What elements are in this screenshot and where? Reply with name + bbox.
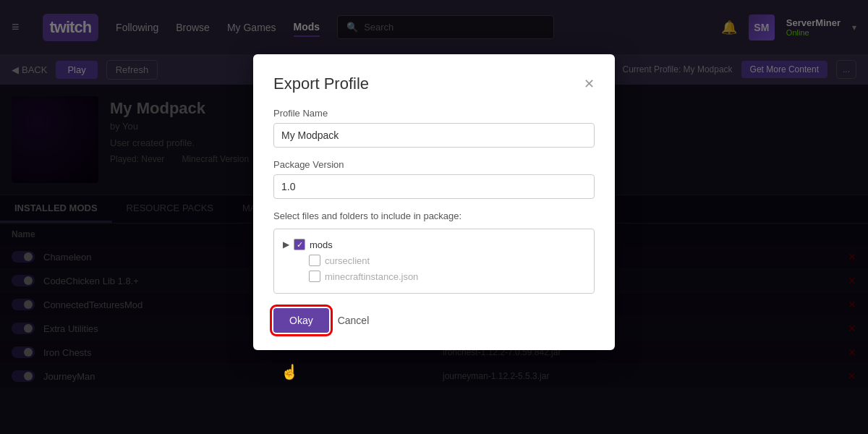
tree-label-curseclient: curseclient [325, 255, 370, 266]
tree-checkbox-mods[interactable]: ✓ [294, 239, 305, 250]
profile-name-input[interactable] [273, 123, 595, 148]
tree-child-minecraftinstance: minecraftinstance.json [309, 268, 585, 284]
tree-checkbox-minecraftinstance[interactable] [309, 271, 320, 282]
profile-name-label: Profile Name [273, 108, 595, 119]
tree-expand-icon[interactable]: ▶ [283, 239, 289, 250]
export-profile-modal: Export Profile ✕ Profile Name Package Ve… [253, 54, 615, 350]
tree-checkbox-curseclient[interactable] [309, 255, 320, 266]
modal-close-button[interactable]: ✕ [584, 77, 595, 90]
package-version-label: Package Version [273, 159, 595, 170]
tree-label-mods: mods [310, 239, 333, 250]
modal-actions: Okay Cancel [273, 308, 595, 333]
select-files-label: Select files and folders to include in p… [273, 210, 595, 221]
tree-children: curseclient minecraftinstance.json [309, 252, 585, 284]
modal-header: Export Profile ✕ [273, 75, 595, 93]
modal-title: Export Profile [273, 75, 369, 93]
okay-button[interactable]: Okay [273, 308, 329, 333]
tree-label-minecraftinstance: minecraftinstance.json [325, 271, 418, 282]
file-tree: ▶ ✓ mods curseclient minecraftinstance.j… [273, 229, 595, 294]
tree-child-curseclient: curseclient [309, 252, 585, 268]
tree-root-item: ▶ ✓ mods [283, 237, 585, 252]
package-version-input[interactable] [273, 174, 595, 199]
cancel-button[interactable]: Cancel [338, 315, 370, 326]
